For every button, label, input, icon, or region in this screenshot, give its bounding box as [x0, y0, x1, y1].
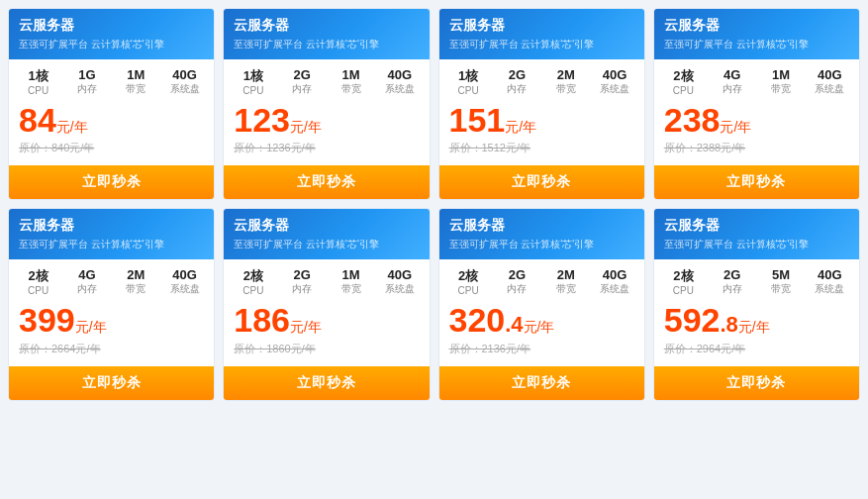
- original-price: 原价：840元/年: [19, 141, 204, 155]
- spec-value-0: 1核: [234, 67, 272, 85]
- spec-value-0: 2核: [664, 67, 703, 85]
- card-subtitle: 至强可扩展平台 云计算核'芯'引擎: [234, 38, 419, 51]
- buy-button[interactable]: 立即秒杀: [224, 366, 429, 400]
- specs-row: 2核 CPU 4G 内存 1M 带宽 40G 系统盘: [664, 67, 849, 96]
- buy-button[interactable]: 立即秒杀: [654, 165, 859, 199]
- price-unit: 元/年: [290, 119, 322, 135]
- spec-item-1: 4G 内存: [67, 267, 106, 296]
- spec-label-3: 系统盘: [595, 282, 633, 296]
- original-price: 原价：2964元/年: [664, 342, 849, 356]
- spec-label-3: 系统盘: [380, 282, 419, 296]
- card-subtitle: 至强可扩展平台 云计算核'芯'引擎: [19, 38, 204, 51]
- spec-value-1: 2G: [498, 267, 536, 282]
- spec-value-2: 2M: [546, 267, 585, 282]
- spec-label-1: 内存: [283, 82, 322, 96]
- spec-label-2: 带宽: [117, 282, 155, 296]
- card-title: 云服务器: [19, 217, 204, 235]
- card-header: 云服务器 至强可扩展平台 云计算核'芯'引擎: [9, 209, 214, 259]
- spec-item-0: 1核 CPU: [19, 67, 57, 96]
- spec-item-3: 40G 系统盘: [811, 67, 849, 96]
- spec-item-0: 2核 CPU: [449, 267, 488, 296]
- card-header: 云服务器 至强可扩展平台 云计算核'芯'引擎: [9, 9, 214, 59]
- price-main: 84元/年: [19, 102, 204, 139]
- price-number: 592: [664, 301, 721, 339]
- spec-value-0: 2核: [449, 267, 488, 285]
- price-number: 399: [19, 301, 75, 339]
- card-title: 云服务器: [449, 17, 634, 35]
- spec-value-0: 1核: [19, 67, 57, 85]
- spec-value-2: 5M: [761, 267, 800, 282]
- price-unit: 元/年: [290, 319, 322, 335]
- spec-value-0: 1核: [449, 67, 488, 85]
- original-price: 原价：2664元/年: [19, 342, 204, 356]
- spec-item-2: 2M 带宽: [546, 67, 585, 96]
- original-price: 原价：1512元/年: [449, 141, 634, 155]
- spec-item-1: 2G 内存: [283, 67, 322, 96]
- price-number: 238: [664, 101, 721, 139]
- spec-label-0: CPU: [664, 285, 703, 296]
- buy-button[interactable]: 立即秒杀: [9, 366, 214, 400]
- spec-item-2: 1M 带宽: [332, 267, 370, 296]
- price-number: 320: [449, 301, 506, 339]
- buy-button[interactable]: 立即秒杀: [224, 165, 429, 199]
- spec-item-2: 2M 带宽: [117, 267, 155, 296]
- card-header: 云服务器 至强可扩展平台 云计算核'芯'引擎: [654, 209, 859, 259]
- buy-button[interactable]: 立即秒杀: [9, 165, 214, 199]
- spec-value-3: 40G: [811, 267, 849, 282]
- spec-label-3: 系统盘: [165, 282, 204, 296]
- spec-value-2: 2M: [117, 267, 155, 282]
- spec-label-1: 内存: [283, 282, 322, 296]
- card-body: 2核 CPU 2G 内存 2M 带宽 40G 系统盘 320.4元/年: [439, 259, 644, 365]
- price-unit: 元/年: [524, 319, 555, 335]
- spec-label-2: 带宽: [761, 82, 800, 96]
- spec-item-1: 2G 内存: [498, 67, 536, 96]
- buy-button[interactable]: 立即秒杀: [439, 165, 644, 199]
- card-title: 云服务器: [19, 17, 204, 35]
- price-number: 186: [234, 301, 290, 339]
- specs-row: 1核 CPU 2G 内存 1M 带宽 40G 系统盘: [234, 67, 419, 96]
- spec-item-1: 4G 内存: [713, 67, 751, 96]
- spec-item-0: 2核 CPU: [664, 67, 703, 96]
- spec-item-2: 1M 带宽: [332, 67, 370, 96]
- card-header: 云服务器 至强可扩展平台 云计算核'芯'引擎: [224, 209, 429, 259]
- buy-button[interactable]: 立即秒杀: [439, 366, 644, 400]
- card-title: 云服务器: [234, 17, 419, 35]
- spec-label-0: CPU: [449, 285, 488, 296]
- spec-label-0: CPU: [234, 285, 272, 296]
- price-main: 592.8元/年: [664, 302, 849, 339]
- spec-item-2: 1M 带宽: [761, 67, 800, 96]
- price-main: 399元/年: [19, 302, 204, 339]
- spec-label-3: 系统盘: [380, 82, 419, 96]
- spec-label-3: 系统盘: [165, 82, 204, 96]
- spec-value-0: 2核: [234, 267, 272, 285]
- spec-value-2: 1M: [117, 67, 155, 82]
- specs-row: 1核 CPU 1G 内存 1M 带宽 40G 系统盘: [19, 67, 204, 96]
- spec-value-1: 2G: [283, 67, 322, 82]
- card-header: 云服务器 至强可扩展平台 云计算核'芯'引擎: [654, 9, 859, 59]
- card-body: 2核 CPU 2G 内存 1M 带宽 40G 系统盘 186元/年: [224, 259, 429, 365]
- spec-value-3: 40G: [811, 67, 849, 82]
- specs-row: 2核 CPU 2G 内存 5M 带宽 40G 系统盘: [664, 267, 849, 296]
- spec-value-3: 40G: [380, 267, 419, 282]
- price-unit: 元/年: [720, 119, 751, 135]
- spec-label-2: 带宽: [117, 82, 155, 96]
- spec-item-2: 1M 带宽: [117, 67, 155, 96]
- card-body: 2核 CPU 2G 内存 5M 带宽 40G 系统盘 592.8元/年: [654, 259, 859, 365]
- server-card-1: 云服务器 至强可扩展平台 云计算核'芯'引擎 1核 CPU 1G 内存 1M 带…: [8, 8, 215, 200]
- spec-value-2: 1M: [332, 67, 370, 82]
- buy-button[interactable]: 立即秒杀: [654, 366, 859, 400]
- spec-label-3: 系统盘: [811, 282, 849, 296]
- spec-item-0: 2核 CPU: [19, 267, 57, 296]
- spec-label-0: CPU: [449, 85, 488, 96]
- spec-value-2: 1M: [332, 267, 370, 282]
- spec-label-3: 系统盘: [595, 82, 633, 96]
- original-price: 原价：1236元/年: [234, 141, 419, 155]
- card-title: 云服务器: [664, 17, 849, 35]
- server-card-3: 云服务器 至强可扩展平台 云计算核'芯'引擎 1核 CPU 2G 内存 2M 带…: [438, 8, 645, 200]
- spec-label-1: 内存: [713, 282, 751, 296]
- spec-item-1: 2G 内存: [713, 267, 751, 296]
- spec-value-3: 40G: [595, 67, 633, 82]
- spec-value-2: 1M: [761, 67, 800, 82]
- card-subtitle: 至强可扩展平台 云计算核'芯'引擎: [449, 38, 634, 51]
- spec-item-3: 40G 系统盘: [595, 67, 633, 96]
